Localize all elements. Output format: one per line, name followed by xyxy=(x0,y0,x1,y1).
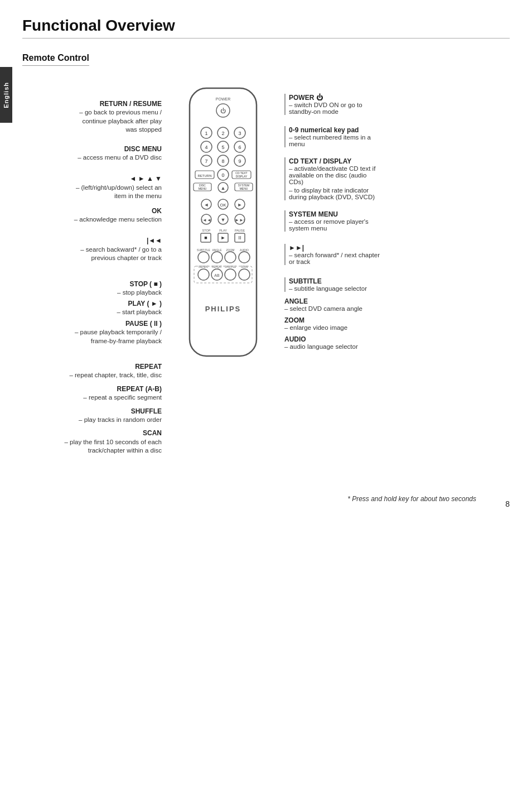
label-pause-name: PAUSE ( II ) xyxy=(75,319,162,328)
label-next-chapter-name: ►►| xyxy=(289,244,380,252)
label-disc-menu-desc: – access menu of a DVD disc xyxy=(78,153,162,162)
page-title: Functional Overview xyxy=(22,17,510,39)
label-scan-name: SCAN xyxy=(64,429,162,438)
svg-text:STOP: STOP xyxy=(202,229,211,232)
svg-text:⏻: ⏻ xyxy=(220,108,226,114)
label-scan: SCAN – play the first 10 seconds of each… xyxy=(64,429,162,455)
label-return-resume: RETURN / RESUME – go back to previous me… xyxy=(79,99,162,134)
remote-image: POWER ⏻ 1 2 3 4 5 6 7 xyxy=(167,83,279,395)
svg-text:MENU: MENU xyxy=(199,187,207,190)
svg-text:◄: ◄ xyxy=(204,202,209,208)
label-stop: STOP ( ■ ) – stop playback xyxy=(117,280,162,297)
svg-text:►►|: ►►| xyxy=(235,218,245,223)
label-scan-desc: – play the first 10 seconds of eachtrack… xyxy=(64,438,162,455)
label-cd-text-display: CD TEXT / DISPLAY – activate/deactivate … xyxy=(284,157,375,200)
label-return-resume-desc: – go back to previous menu /continue pla… xyxy=(79,108,162,134)
label-ok-desc: – acknowledge menu selection xyxy=(74,215,162,224)
svg-text:7: 7 xyxy=(205,158,207,164)
remote-svg: POWER ⏻ 1 2 3 4 5 6 7 xyxy=(173,83,273,395)
label-play-name: PLAY ( ► ) xyxy=(117,299,162,308)
label-power: POWER ⏻ – switch DVD ON or go tostandby-… xyxy=(284,94,362,115)
svg-text:AB: AB xyxy=(214,273,220,277)
label-repeat-ab-name: REPEAT (A-B) xyxy=(83,384,162,393)
label-next-chapter: ►►| – search forward* / next chapteror t… xyxy=(284,244,380,265)
svg-text:POWER: POWER xyxy=(216,97,230,101)
svg-text:SHUFFLE: SHUFFLE xyxy=(225,266,236,268)
label-nav-arrows: ◄ ► ▲ ▼ – (left/right/up/down) select an… xyxy=(76,174,162,200)
svg-text:4: 4 xyxy=(205,145,207,150)
svg-text:3: 3 xyxy=(238,131,241,136)
label-system-menu: SYSTEM MENU – access or remove player'ss… xyxy=(284,210,369,232)
svg-text:PAUSE: PAUSE xyxy=(235,229,245,232)
label-angle-desc: – select DVD camera angle xyxy=(284,305,362,312)
label-ok: OK – acknowledge menu selection xyxy=(74,206,162,224)
label-subtitle-name: SUBTITLE xyxy=(289,277,367,285)
remote-layout: RETURN / RESUME – go back to previous me… xyxy=(22,83,510,461)
svg-text:PLAY: PLAY xyxy=(219,229,227,232)
svg-text:|◄◄: |◄◄ xyxy=(201,218,211,223)
label-pause-desc: – pause playback temporarily /frame-by-f… xyxy=(75,328,162,345)
svg-point-62 xyxy=(198,252,209,263)
label-numeric-pad-desc: – select numbered items in amenu xyxy=(289,134,371,147)
label-repeat: REPEAT – repeat chapter, track, title, d… xyxy=(69,362,162,380)
label-angle-name: ANGLE xyxy=(284,297,362,305)
svg-point-72 xyxy=(198,269,209,280)
label-cd-text-desc2: – to display bit rate indicatorduring pl… xyxy=(289,187,375,200)
svg-text:►: ► xyxy=(238,202,243,208)
label-prev-chapter: |◄◄ – search backward* / go to aprevious… xyxy=(80,236,162,262)
left-labels-column: RETURN / RESUME – go back to previous me… xyxy=(22,83,167,461)
svg-text:RETURN: RETURN xyxy=(198,174,212,177)
svg-text:DISPLAY: DISPLAY xyxy=(236,175,248,178)
svg-text:2: 2 xyxy=(221,131,224,136)
footer-note: * Press and hold key for about two secon… xyxy=(347,495,499,503)
label-audio: AUDIO – audio language selector xyxy=(284,335,358,350)
page-number: 8 xyxy=(505,499,510,508)
label-power-name: POWER ⏻ xyxy=(289,94,362,102)
svg-text:II: II xyxy=(238,235,241,241)
label-shuffle-name: SHUFFLE xyxy=(79,407,162,416)
svg-text:▲: ▲ xyxy=(221,185,226,191)
svg-text:8: 8 xyxy=(221,158,224,164)
footer-area: * Press and hold key for about two secon… xyxy=(22,494,510,503)
label-angle: ANGLE – select DVD camera angle xyxy=(284,297,362,312)
svg-text:►: ► xyxy=(221,235,226,241)
svg-text:SUBTITLE: SUBTITLE xyxy=(197,248,211,252)
label-shuffle-desc: – play tracks in random order xyxy=(79,416,162,425)
label-prev-chapter-desc: – search backward* / go to aprevious cha… xyxy=(80,246,162,263)
label-audio-name: AUDIO xyxy=(284,335,358,343)
label-subtitle-desc: – subtitle language selector xyxy=(289,285,367,292)
svg-point-64 xyxy=(225,252,236,263)
label-play: PLAY ( ► ) – start playback xyxy=(117,299,162,317)
svg-point-75 xyxy=(225,269,236,280)
label-numeric-pad: 0-9 numerical key pad – select numbered … xyxy=(284,126,371,147)
label-shuffle: SHUFFLE – play tracks in random order xyxy=(79,407,162,425)
side-tab-label: English xyxy=(3,82,9,108)
label-ok-name: OK xyxy=(74,206,162,215)
svg-text:0: 0 xyxy=(221,172,224,178)
label-repeat-desc: – repeat chapter, track, title, disc xyxy=(69,371,162,380)
label-numeric-pad-name: 0-9 numerical key pad xyxy=(289,126,371,134)
svg-point-65 xyxy=(239,252,250,263)
svg-text:OK: OK xyxy=(220,203,226,208)
page-content: Functional Overview Remote Control RETUR… xyxy=(0,0,532,525)
label-system-menu-desc: – access or remove player'ssystem menu xyxy=(289,218,369,232)
svg-text:MENU: MENU xyxy=(240,187,248,190)
label-prev-chapter-name: |◄◄ xyxy=(80,236,162,245)
label-disc-menu-name: DISC MENU xyxy=(78,145,162,153)
label-cd-text-desc1: – activate/deactivate CD text ifavailabl… xyxy=(289,165,375,185)
svg-text:ZOOM: ZOOM xyxy=(226,248,235,252)
right-labels-column: POWER ⏻ – switch DVD ON or go tostandby-… xyxy=(279,83,424,358)
svg-text:9: 9 xyxy=(238,158,241,164)
svg-text:AUDIO: AUDIO xyxy=(240,248,249,252)
label-next-chapter-desc: – search forward* / next chapteror track xyxy=(289,252,380,265)
side-tab: English xyxy=(0,67,12,123)
label-pause: PAUSE ( II ) – pause playback temporaril… xyxy=(75,319,162,345)
label-zoom-name: ZOOM xyxy=(284,316,347,324)
label-repeat-ab-desc: – repeat a specific segment xyxy=(83,393,162,402)
label-cd-text-name: CD TEXT / DISPLAY xyxy=(289,157,375,165)
page-number-container: 8 xyxy=(505,499,510,508)
svg-text:PHILIPS: PHILIPS xyxy=(205,305,241,313)
svg-point-76 xyxy=(239,269,250,280)
label-subtitle: SUBTITLE – subtitle language selector xyxy=(284,277,367,292)
svg-point-63 xyxy=(211,252,223,263)
